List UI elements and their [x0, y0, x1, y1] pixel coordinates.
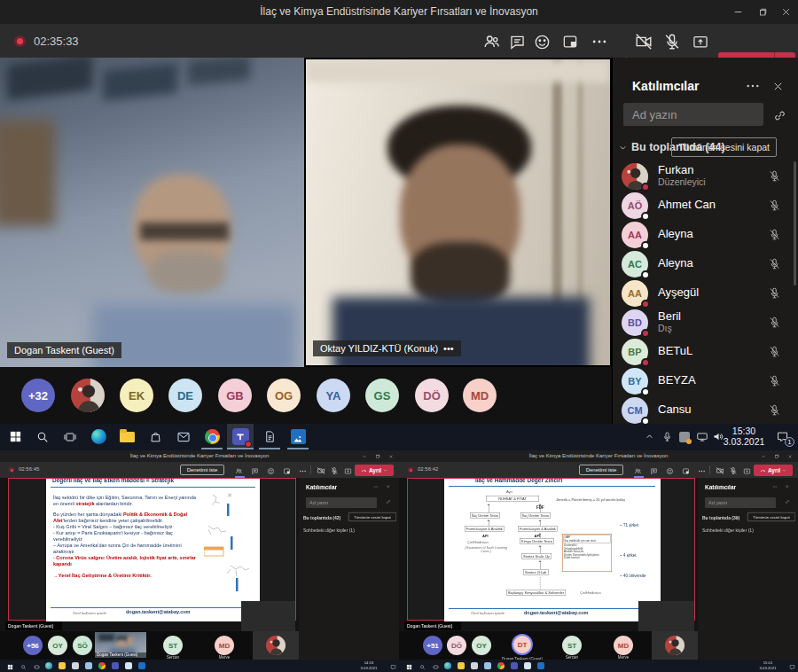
task-view-button[interactable] — [431, 662, 440, 671]
mute-all-button[interactable]: Tümünün sesini kapat — [671, 137, 777, 157]
task-view-button[interactable] — [57, 424, 83, 449]
action-center-button[interactable]: 1 — [773, 424, 791, 449]
leave-button[interactable]: Ayrıl — [754, 465, 793, 476]
tray-mic-icon[interactable] — [658, 424, 676, 449]
chat-button[interactable] — [649, 466, 658, 475]
participant-row[interactable]: BD BerilDış — [613, 308, 795, 337]
photos-icon[interactable] — [138, 662, 145, 669]
breakout-rooms-button[interactable] — [681, 466, 690, 475]
participant-row[interactable]: AA Ayşegül — [613, 278, 795, 308]
participant-row[interactable]: BP BETuL — [613, 337, 795, 366]
close-button[interactable] — [784, 450, 796, 462]
avatar-do[interactable]: DÖ — [415, 379, 449, 412]
start-button[interactable] — [5, 662, 14, 671]
file-explorer-icon[interactable] — [458, 662, 465, 669]
mute-all-button[interactable]: Tümünün sesini kapat — [747, 512, 795, 521]
camera-off-button[interactable] — [633, 31, 654, 52]
photos-icon[interactable] — [537, 662, 544, 669]
taskbar-clock[interactable]: 14:533.03.2021 — [349, 660, 388, 671]
share-screen-button[interactable] — [343, 466, 352, 475]
chrome-icon[interactable] — [497, 662, 505, 669]
file-explorer-icon[interactable] — [113, 424, 140, 449]
in-meeting-section-header[interactable]: Bu toplantıda (42) — [303, 515, 340, 520]
maximize-button[interactable] — [771, 450, 783, 462]
breakout-rooms-button[interactable] — [559, 31, 581, 52]
request-control-button[interactable]: Denetimi iste — [180, 465, 224, 475]
store-icon[interactable] — [142, 424, 168, 449]
avatar-md[interactable]: MD — [463, 379, 497, 412]
copy-link-icon[interactable] — [771, 106, 788, 124]
store-icon[interactable] — [72, 662, 79, 669]
breakout-rooms-button[interactable] — [282, 466, 291, 475]
avatar-gs[interactable]: GS — [365, 379, 399, 412]
in-meeting-section-header[interactable]: Bu toplantıda (39) — [702, 515, 739, 520]
copy-link-icon[interactable] — [386, 499, 391, 504]
panel-close-button[interactable] — [386, 484, 391, 489]
file-explorer-icon[interactable] — [59, 662, 66, 669]
close-button[interactable] — [774, 0, 798, 24]
avatar-dt-speaking[interactable]: DT — [512, 634, 533, 655]
overflow-count-avatar[interactable]: +32 — [21, 379, 55, 412]
edge-icon[interactable] — [444, 662, 451, 669]
tray-network-icon[interactable] — [693, 424, 711, 449]
mail-icon[interactable] — [484, 662, 491, 669]
mic-off-button[interactable] — [330, 466, 339, 475]
more-actions-button[interactable] — [298, 466, 307, 475]
panel-more-button[interactable] — [772, 484, 778, 489]
more-actions-button[interactable] — [589, 31, 610, 52]
taskbar-search-button[interactable] — [19, 662, 27, 671]
avatar-gb[interactable]: GB — [218, 379, 252, 412]
camera-off-button[interactable] — [716, 466, 724, 475]
close-button[interactable] — [385, 450, 397, 462]
tray-chevron[interactable] — [640, 424, 658, 449]
notepad-icon[interactable] — [125, 662, 132, 669]
panel-scrollbar[interactable] — [794, 161, 796, 285]
avatar-og[interactable]: OG — [267, 379, 301, 412]
mute-all-button[interactable]: Tümünün sesini kapat — [348, 512, 396, 521]
panel-more-button[interactable] — [744, 77, 762, 95]
minimize-button[interactable] — [726, 0, 750, 24]
more-actions-button[interactable] — [697, 466, 706, 475]
avatar-do[interactable]: DÖ — [447, 636, 466, 655]
chrome-icon[interactable] — [199, 424, 225, 449]
action-center-button[interactable] — [787, 662, 796, 671]
participant-row[interactable]: AC Aleyna — [613, 249, 795, 278]
others-section-header[interactable]: Sohbetteki diğer kişiler (1) — [702, 527, 754, 533]
avatar-st[interactable]: ST — [562, 636, 582, 655]
avatar-oy[interactable]: OY — [472, 636, 491, 655]
taskbar-search-button[interactable] — [29, 424, 56, 449]
reactions-button[interactable] — [531, 31, 552, 52]
tray-app-icon[interactable] — [676, 424, 693, 449]
request-control-button[interactable]: Denetimi iste — [579, 465, 623, 475]
participants-button[interactable] — [234, 466, 243, 475]
chrome-icon[interactable] — [98, 662, 106, 669]
edge-icon[interactable] — [85, 424, 112, 449]
avatar-ek[interactable]: EK — [120, 379, 153, 412]
start-button[interactable] — [2, 424, 28, 449]
copy-link-icon[interactable] — [785, 499, 790, 504]
participant-search-input[interactable] — [623, 103, 763, 126]
mic-off-button[interactable] — [729, 466, 738, 475]
self-view-tile[interactable] — [652, 631, 698, 660]
overflow-count-avatar[interactable]: +51 — [423, 636, 442, 655]
others-section-header[interactable]: Sohbetteki diğer kişiler (1) — [303, 527, 355, 533]
taskbar-clock[interactable]: 15:303.03.2021 — [720, 426, 768, 447]
video-more-menu[interactable]: ••• — [443, 343, 454, 354]
reactions-button[interactable] — [266, 466, 275, 475]
avatar-st[interactable]: ST — [163, 636, 183, 655]
overflow-count-avatar[interactable]: +56 — [23, 636, 43, 655]
minimize-button[interactable] — [757, 450, 770, 462]
notepad-icon[interactable] — [256, 424, 283, 449]
chat-button[interactable] — [250, 466, 259, 475]
teams-icon[interactable] — [227, 424, 254, 449]
panel-close-button[interactable] — [769, 77, 786, 95]
mail-icon[interactable] — [85, 662, 92, 669]
taskbar-search-button[interactable] — [418, 662, 426, 671]
taskbar-clock[interactable]: 15:013.03.2021 — [748, 660, 787, 671]
minimize-button[interactable] — [358, 450, 371, 462]
mic-off-button[interactable] — [661, 31, 683, 52]
reactions-button[interactable] — [665, 466, 674, 475]
avatar-oy[interactable]: OY — [48, 636, 67, 655]
participant-row[interactable]: CM Cansu — [613, 395, 795, 425]
speaker-video-thumbnail[interactable]: Dogan Taskent (Guest) — [95, 632, 146, 658]
